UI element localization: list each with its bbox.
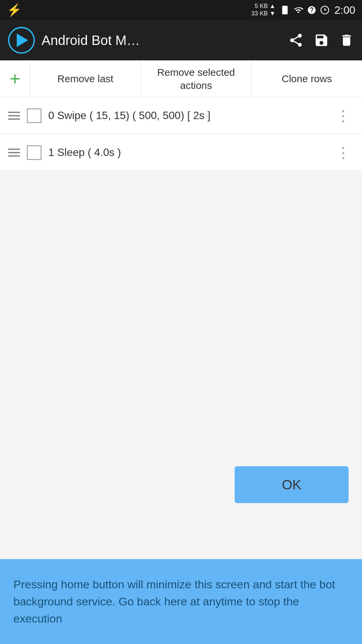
network-stats: 5 KB ▲ 33 KB ▼ [251,3,276,17]
more-options-0[interactable]: ⋮ [333,104,354,127]
status-time: 2:00 [335,4,355,16]
add-button[interactable]: + [0,60,30,97]
list-item: 0 Swipe ( 15, 15) ( 500, 500) [ 2s ] ⋮ [0,97,362,134]
app-bar-actions [288,33,354,48]
remove-selected-label: Remove selected actions [147,66,244,92]
clone-rows-label: Clone rows [282,72,332,85]
battery-icon [320,5,330,15]
status-bar-left: ⚡ [7,0,22,20]
wifi-icon [293,5,304,15]
list-item: 1 Sleep ( 4.0s ) ⋮ [0,134,362,171]
checkbox-1[interactable] [27,145,42,160]
drag-line [8,152,20,153]
ok-button[interactable]: OK [235,466,349,503]
status-icons [280,5,330,15]
remove-selected-button[interactable]: Remove selected actions [141,60,251,97]
drag-line [8,149,20,150]
clone-rows-button[interactable]: Clone rows [252,60,362,97]
item-text-1: 1 Sleep ( 4.0s ) [48,146,326,159]
info-box: Pressing home button will minimize this … [0,559,362,644]
help-icon [307,5,316,15]
info-arrow [168,643,194,644]
remove-last-label: Remove last [57,72,113,85]
drag-handle-0[interactable] [8,112,20,120]
app-bar: Android Bot M… [0,20,362,60]
save-icon[interactable] [314,33,329,48]
item-text-0: 0 Swipe ( 15, 15) ( 500, 500) [ 2s ] [48,109,326,122]
app-logo [8,27,35,54]
status-bar: ⚡ 5 KB ▲ 33 KB ▼ 2:00 [0,0,362,20]
network-up: 5 KB ▲ [255,3,276,10]
toolbar: + Remove last Remove selected actions Cl… [0,60,362,97]
trash-icon[interactable] [339,33,354,48]
drag-handle-1[interactable] [8,149,20,157]
status-bar-right: 5 KB ▲ 33 KB ▼ 2:00 [251,3,355,17]
network-down: 33 KB ▼ [251,10,276,17]
checkbox-0[interactable] [27,108,42,123]
drag-line [8,155,20,157]
more-options-1[interactable]: ⋮ [333,141,354,164]
share-icon[interactable] [288,33,304,48]
drag-line [8,118,20,120]
drag-line [8,112,20,113]
phone-icon [280,5,290,15]
remove-last-button[interactable]: Remove last [30,60,141,97]
play-icon [17,34,28,47]
lightning-icon: ⚡ [7,3,22,17]
drag-line [8,115,20,116]
plus-icon: + [9,69,20,88]
content-area: 0 Swipe ( 15, 15) ( 500, 500) [ 2s ] ⋮ 1… [0,97,362,644]
ok-button-label: OK [282,477,301,492]
app-title: Android Bot M… [42,33,282,48]
info-text: Pressing home button will minimize this … [13,576,349,627]
